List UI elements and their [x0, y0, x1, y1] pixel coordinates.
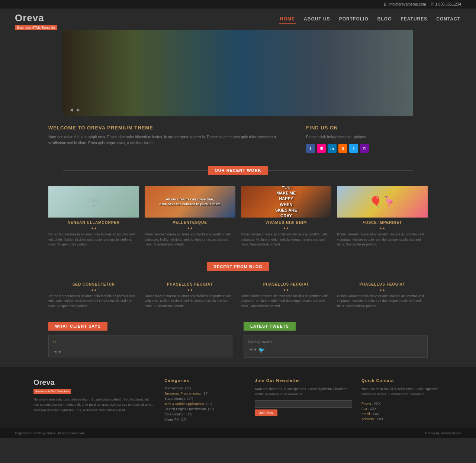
nav-features[interactable]: FEATURES [400, 15, 428, 24]
portfolio-title-3: VIVAMUS NISI ENIM [241, 221, 332, 225]
portfolio-title-1: AENEAN ULLAMCORPER [48, 221, 139, 225]
portfolio-desc-3: Donec laoreet massa sit amet odio facili… [241, 232, 332, 247]
footer-cat-1[interactable]: Frameworks (17) [164, 386, 245, 390]
hero-slider: ◄ ► [63, 30, 413, 116]
footer-about-text: Nulla non sem velit, quis ultrices diam.… [33, 397, 155, 413]
find-us-text: Please click below icons for updates [306, 134, 428, 140]
portfolio-stars-3: ★★ [241, 226, 332, 230]
portfolio-thumb-4[interactable]: 🎈🦩 [337, 186, 428, 218]
blog-stars-3: ★★ [241, 288, 332, 292]
tweet-bird-icon: 🐦 [258, 347, 265, 353]
nav-home[interactable]: HOME [279, 15, 296, 24]
hero-prev-icon[interactable]: ◄ [69, 107, 74, 113]
portfolio-stars-1: ★★ [48, 226, 139, 230]
blog-title-4: PHASELLUS FEUGIAT [337, 282, 428, 286]
blog-stars-4: ★★ [337, 288, 428, 292]
recent-work-btn[interactable]: OUR RECENT WORK [208, 166, 268, 175]
footer-fax: Fax : XXX [361, 407, 443, 411]
portfolio-desc-1: Donec laoreet massa sit amet odio facili… [48, 232, 139, 247]
footer-cat-7[interactable]: Visual FX (17) [164, 418, 245, 421]
welcome-text: Nam nec dolor dui, id suscipit eros. Fus… [48, 134, 291, 146]
footer-cat-5[interactable]: Search Engine Optimization (17) [164, 407, 245, 411]
copyright-left: Copyright © 2020 by Oreva. All rights re… [15, 431, 85, 435]
portfolio-stars-2: ★★ [145, 226, 235, 230]
find-us: FIND US ON Please click below icons for … [306, 125, 428, 153]
portfolio-thumb-1[interactable]: □ □ ≡ [48, 186, 139, 218]
portfolio-item-4: 🎈🦩 FUSCE IMPERDIET ★★ Donec laoreet mass… [337, 186, 428, 247]
social-icons: f ❋ in S t Y! [306, 144, 428, 153]
footer-cat-4[interactable]: Web & Mobile Applications (17) [164, 402, 245, 406]
footer-cat-3[interactable]: Brand Identity (17) [164, 397, 245, 401]
newsletter-btn[interactable]: Join Now [255, 409, 277, 416]
blog-item-2: PHASELLUS FEUGIAT ★★ Donec laoreet massa… [145, 282, 235, 309]
header: Oreva Business HTML Template HOME ABOUT … [0, 9, 476, 30]
tweet-navigation: ◄◄ 🐦 [248, 347, 423, 353]
blog-stars-2: ★★ [145, 288, 235, 292]
blog-divider: RECENT FROM BLOG [48, 257, 428, 277]
blog-stars-1: ★★ [48, 288, 139, 292]
welcome-title: WELCOME TO OREVA PREMIUM THEME [48, 125, 291, 131]
newsletter-input[interactable] [255, 400, 352, 408]
nav-contact[interactable]: CONTACT [435, 15, 461, 24]
blog-item-3: PHASELLUS FEUGIAT ★★ Donec laoreet massa… [241, 282, 332, 309]
recent-work-divider: OUR RECENT WORK [48, 160, 428, 180]
footer-logo: Oreva [33, 378, 155, 387]
hero-section: ◄ ► [33, 30, 443, 116]
hero-navigation: ◄ ► [69, 107, 81, 113]
footer-newsletter-title: Join Our Newsletter [255, 378, 352, 383]
tweets-btn[interactable]: LATEST TWEETS [244, 322, 296, 331]
tweets-section: LATEST TWEETS loading tweets... ◄◄ 🐦 [244, 322, 428, 358]
portfolio-item-2: All our dreams can come true,if we have … [145, 186, 235, 247]
blog-section: RECENT FROM BLOG SED CONSECTETUR ★★ Done… [33, 257, 443, 318]
footer-email: Email : XXX [361, 412, 443, 416]
stumble-icon[interactable]: S [338, 144, 347, 153]
footer-cat-2[interactable]: Javascript Programming (17) [164, 392, 245, 395]
portfolio-thumb-2[interactable]: All our dreams can come true,if we have … [145, 186, 235, 218]
hero-next-icon[interactable]: ► [76, 107, 81, 113]
footer: Oreva Business HTML Template Nulla non s… [0, 367, 476, 428]
quote-open-icon: " [53, 340, 228, 347]
blog-desc-3: Donec laoreet massa sit amet odio facili… [241, 294, 332, 309]
blog-title-3: PHASELLUS FEUGIAT [241, 282, 332, 286]
footer-phone: Phone : XXX [361, 402, 443, 405]
flickr-icon[interactable]: ❋ [317, 144, 326, 153]
quote-nav: ◄◄ [53, 347, 61, 354]
linkedin-icon[interactable]: in [328, 144, 337, 153]
facebook-icon[interactable]: f [306, 144, 315, 153]
tweet-prev-icon[interactable]: ◄◄ [248, 347, 257, 353]
blog-desc-2: Donec laoreet massa sit amet odio facili… [145, 294, 235, 309]
footer-cat-6[interactable]: 3D Animation (17) [164, 412, 245, 416]
twitter-icon[interactable]: t [349, 144, 358, 153]
portfolio-title-4: FUSCE IMPERDIET [337, 221, 428, 225]
blog-btn[interactable]: RECENT FROM BLOG [207, 262, 269, 271]
testimonials-tweets-section: WHAT CLIENT SAYS " ◄◄ LATEST TWEETS load… [33, 318, 443, 367]
logo-badge: Business HTML Template [15, 25, 57, 30]
testimonial-box: " ◄◄ [48, 335, 232, 357]
nav-portfolio[interactable]: PORTFOLIO [338, 15, 369, 24]
yahoo-icon[interactable]: Y! [360, 144, 369, 153]
portfolio-item-3: YOUMAKE MEHAPPYWHENSKIES AREGRAY VIVAMUS… [241, 186, 332, 247]
testimonial-prev-icon[interactable]: ◄◄ [53, 349, 61, 354]
blog-title-1: SED CONSECTETUR [48, 282, 139, 286]
portfolio-desc-2: Donec laoreet massa sit amet odio facili… [145, 232, 235, 247]
footer-address: Address : XXX [361, 417, 443, 421]
portfolio-thumb-3[interactable]: YOUMAKE MEHAPPYWHENSKIES AREGRAY [241, 186, 332, 218]
find-us-title: FIND US ON [306, 125, 428, 131]
footer-badge: Business HTML Template [33, 389, 71, 394]
welcome-left: WELCOME TO OREVA PREMIUM THEME Nam nec d… [48, 125, 291, 153]
testimonials-btn[interactable]: WHAT CLIENT SAYS [48, 322, 107, 331]
footer-contact-text: Nam nec dolor dui, id suscipit eros. Fus… [361, 386, 443, 397]
testimonial-section: WHAT CLIENT SAYS " ◄◄ [48, 322, 232, 358]
portfolio-desc-4: Donec laoreet massa sit amet odio facili… [337, 232, 428, 247]
portfolio-grid: □ □ ≡ AENEAN ULLAMCORPER ★★ Donec laoree… [48, 180, 428, 257]
recent-work-section: OUR RECENT WORK □ □ ≡ AENEAN ULLAMCORPER… [33, 160, 443, 257]
portfolio-title-2: PELLENTESQUE [145, 221, 235, 225]
top-bar: E: info@orevatheme.com P: 1.800.555.1234 [0, 0, 476, 9]
tweet-box: loading tweets... ◄◄ 🐦 [244, 335, 428, 358]
blog-item-4: PHASELLUS FEUGIAT ★★ Donec laoreet massa… [337, 282, 428, 309]
nav-about[interactable]: ABOUT US [303, 15, 331, 24]
nav-blog[interactable]: BLOG [377, 15, 393, 24]
blog-desc-1: Donec laoreet massa sit amet odio facili… [48, 294, 139, 309]
tweet-loading-text: loading tweets... [248, 340, 423, 344]
main-nav: HOME ABOUT US PORTFOLIO BLOG FEATURES CO… [279, 15, 461, 28]
